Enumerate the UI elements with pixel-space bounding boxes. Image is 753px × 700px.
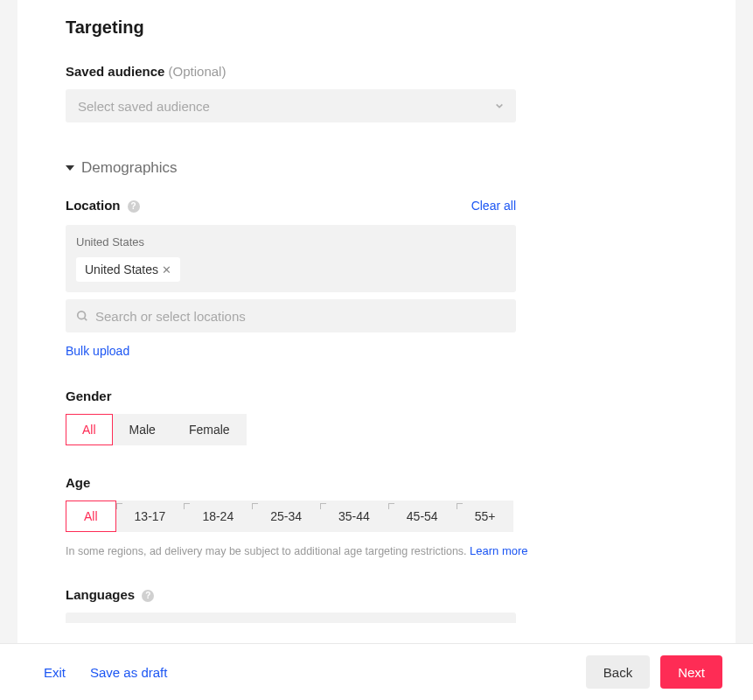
caret-down-icon [66, 165, 74, 171]
gender-group: Gender All Male Female [66, 388, 687, 445]
saved-audience-label: Saved audience (Optional) [66, 64, 687, 79]
location-search-placeholder: Search or select locations [95, 309, 246, 324]
location-group: Location ? Clear all United States Unite… [66, 198, 687, 359]
gender-label: Gender [66, 388, 687, 403]
age-option-35-44[interactable]: 35-44 [320, 500, 388, 532]
demographics-title: Demographics [81, 159, 178, 177]
location-country-label: United States [76, 235, 505, 248]
clear-all-link[interactable]: Clear all [471, 199, 516, 213]
gender-toggle-group: All Male Female [66, 414, 247, 445]
location-tag: United States ✕ [76, 257, 180, 282]
location-label-row: Location ? Clear all [66, 198, 516, 213]
age-label: Age [66, 475, 687, 490]
back-button[interactable]: Back [586, 655, 650, 689]
chevron-down-icon [495, 102, 504, 110]
age-option-25-34[interactable]: 25-34 [252, 500, 320, 532]
languages-select[interactable] [66, 612, 516, 623]
gender-option-female[interactable]: Female [172, 414, 247, 445]
location-label-text: Location [66, 198, 121, 213]
age-option-45-54[interactable]: 45-54 [388, 500, 457, 532]
age-note: In some regions, ad delivery may be subj… [66, 544, 687, 557]
saved-audience-placeholder: Select saved audience [78, 99, 210, 114]
exit-link[interactable]: Exit [44, 665, 66, 680]
age-option-all[interactable]: All [66, 500, 116, 532]
svg-point-0 [78, 312, 86, 319]
age-option-55plus[interactable]: 55+ [457, 500, 514, 532]
age-option-13-17[interactable]: 13-17 [116, 500, 185, 532]
languages-label: Languages ? [66, 587, 687, 602]
search-icon [76, 310, 88, 322]
age-toggle-group: All 13-17 18-24 25-34 35-44 45-54 55+ [66, 500, 513, 532]
age-learn-more-link[interactable]: Learn more [470, 544, 527, 557]
location-box: United States United States ✕ [66, 225, 516, 292]
saved-audience-select[interactable]: Select saved audience [66, 89, 516, 122]
location-search-input[interactable]: Search or select locations [66, 299, 516, 332]
age-option-18-24[interactable]: 18-24 [184, 500, 252, 532]
age-note-text: In some regions, ad delivery may be subj… [66, 545, 470, 557]
main-panel: Targeting Saved audience (Optional) Sele… [17, 0, 736, 643]
next-button[interactable]: Next [660, 655, 722, 689]
save-draft-link[interactable]: Save as draft [90, 665, 167, 680]
gender-option-all[interactable]: All [66, 414, 113, 445]
languages-group: Languages ? [66, 587, 687, 623]
languages-label-text: Languages [66, 587, 135, 602]
saved-audience-label-text: Saved audience [66, 64, 164, 79]
footer-left: Exit Save as draft [44, 665, 167, 680]
close-icon[interactable]: ✕ [162, 263, 171, 276]
bulk-upload-row: Bulk upload [66, 343, 687, 359]
bulk-upload-link[interactable]: Bulk upload [66, 344, 129, 358]
location-label: Location ? [66, 198, 140, 213]
footer-bar: Exit Save as draft Back Next [0, 643, 753, 700]
info-icon[interactable]: ? [142, 590, 154, 602]
info-icon[interactable]: ? [128, 200, 140, 213]
age-group: Age All 13-17 18-24 25-34 35-44 45-54 55… [66, 475, 687, 557]
gender-option-male[interactable]: Male [113, 414, 172, 445]
demographics-header[interactable]: Demographics [66, 159, 687, 177]
page-title: Targeting [66, 18, 687, 38]
location-tag-text: United States [85, 262, 158, 276]
saved-audience-group: Saved audience (Optional) Select saved a… [66, 64, 687, 122]
footer-right: Back Next [586, 655, 722, 689]
saved-audience-optional: (Optional) [169, 64, 227, 79]
